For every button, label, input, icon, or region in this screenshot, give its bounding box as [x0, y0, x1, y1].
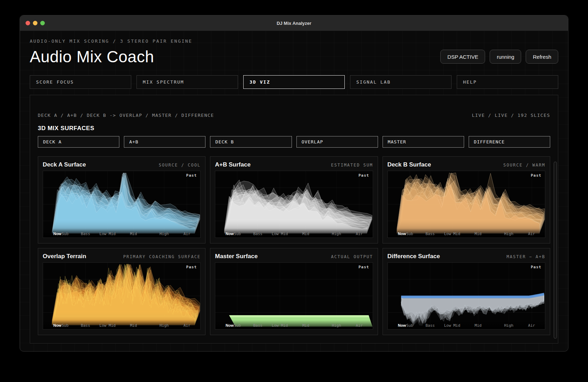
axis-label-mid: Mid — [475, 323, 482, 328]
scrollbar-thumb[interactable] — [554, 162, 557, 339]
past-label: Past — [358, 173, 369, 178]
panel-subtitle: SOURCE / WARM — [503, 163, 545, 168]
axis-label-sub: Sub — [62, 323, 69, 328]
viz-section: DECK A / A+B / DECK B -> OVERLAP / MASTE… — [30, 95, 558, 344]
axis-label-bass: Bass — [253, 323, 262, 328]
axis-label-high: High — [160, 323, 169, 328]
now-label: Now — [226, 323, 234, 327]
panel-subtitle: MASTER − A+B — [506, 254, 545, 259]
axis-label-air: Air — [183, 323, 190, 328]
now-label: Now — [53, 323, 61, 327]
now-label: Now — [53, 232, 61, 236]
panel-title: Master Surface — [215, 253, 258, 260]
axis-label-mid: Mid — [302, 323, 309, 328]
panel-deck-a: Deck A SurfaceSOURCE / COOL PastNowSubBa… — [38, 156, 205, 243]
axis-label-sub: Sub — [406, 232, 413, 236]
chip-difference[interactable]: DIFFERENCE — [469, 136, 550, 148]
panel-deck-b: Deck B SurfaceSOURCE / WARM PastNowSubBa… — [383, 156, 550, 243]
panel-subtitle: ACTUAL OUTPUT — [331, 254, 373, 259]
tab-score-focus[interactable]: SCORE FOCUS — [30, 75, 131, 89]
past-label: Past — [358, 265, 369, 269]
axis-label-mid: Mid — [475, 232, 482, 236]
axis-label-sub: Sub — [234, 232, 241, 236]
past-label: Past — [186, 173, 197, 178]
chip-a-plus-b[interactable]: A+B — [124, 136, 205, 148]
tab-mix-spectrum[interactable]: MIX SPECTRUM — [136, 75, 238, 89]
app-window: DJ Mix Analyzer AUDIO-ONLY MIX SCORING /… — [20, 15, 568, 352]
plot-master: PastNowSubBassLow MidMidHighAir — [215, 262, 373, 330]
axis-label-air: Air — [356, 232, 363, 236]
axis-label-low-mid: Low Mid — [444, 232, 460, 236]
panel-subtitle: ESTIMATED SUM — [331, 163, 373, 168]
panel-master: Master SurfaceACTUAL OUTPUT PastNowSubBa… — [210, 248, 378, 335]
now-label: Now — [226, 232, 234, 236]
axis-label-bass: Bass — [81, 323, 90, 328]
axis-label-mid: Mid — [130, 323, 137, 328]
axis-label-low-mid: Low Mid — [272, 323, 288, 328]
axis-label-bass: Bass — [253, 232, 262, 236]
dsp-active-button[interactable]: DSP ACTIVE — [440, 50, 485, 64]
now-label: Now — [398, 323, 406, 327]
window-title: DJ Mix Analyzer — [20, 21, 568, 26]
axis-label-sub: Sub — [234, 323, 241, 328]
chip-master[interactable]: MASTER — [383, 136, 464, 148]
axis-label-bass: Bass — [426, 323, 435, 328]
axis-label-low-mid: Low Mid — [272, 232, 288, 236]
section-title: 3D MIX SURFACES — [38, 125, 550, 132]
panel-subtitle: PRIMARY COACHING SURFACE — [123, 254, 201, 259]
panel-title: Overlap Terrain — [43, 253, 86, 260]
axis-label-air: Air — [183, 232, 190, 236]
axis-label-low-mid: Low Mid — [444, 323, 460, 328]
refresh-button[interactable]: Refresh — [526, 50, 558, 64]
axis-label-sub: Sub — [62, 232, 69, 236]
axis-label-sub: Sub — [406, 323, 413, 328]
chip-deck-a[interactable]: DECK A — [38, 136, 119, 148]
plot-a-plus-b: PastNowSubBassLow MidMidHighAir — [215, 171, 373, 238]
axis-label-air: Air — [528, 232, 535, 236]
title-bar: DJ Mix Analyzer — [20, 15, 568, 31]
page-title: Audio Mix Coach — [30, 47, 154, 66]
header-row: Audio Mix Coach DSP ACTIVE running Refre… — [30, 47, 558, 66]
past-label: Past — [531, 265, 542, 269]
axis-label-bass: Bass — [426, 232, 435, 236]
chip-deck-b[interactable]: DECK B — [210, 136, 292, 148]
axis-label-high: High — [160, 232, 169, 236]
panel-title: Deck B Surface — [387, 161, 431, 168]
tab-help[interactable]: HELP — [457, 75, 558, 89]
axis-label-bass: Bass — [81, 232, 90, 236]
axis-label-air: Air — [528, 323, 535, 328]
panel-subtitle: SOURCE / COOL — [159, 163, 201, 168]
axis-label-air: Air — [356, 323, 363, 328]
axis-label-high: High — [504, 323, 513, 328]
eyebrow-text: AUDIO-ONLY MIX SCORING / 3 STEREO PAIR E… — [30, 38, 558, 44]
panel-title: A+B Surface — [215, 161, 251, 168]
main-tabs: SCORE FOCUS MIX SPECTRUM 3D VIZ SIGNAL L… — [30, 75, 558, 89]
panel-a-plus-b: A+B SurfaceESTIMATED SUM PastNowSubBassL… — [210, 156, 378, 243]
axis-label-high: High — [332, 232, 341, 236]
main-content: AUDIO-ONLY MIX SCORING / 3 STEREO PAIR E… — [20, 38, 568, 344]
axis-label-high: High — [504, 232, 513, 236]
axis-label-low-mid: Low Mid — [99, 232, 115, 236]
panel-title: Deck A Surface — [43, 161, 86, 168]
axis-label-high: High — [332, 323, 341, 328]
panel-title: Difference Surface — [387, 253, 440, 260]
axis-label-low-mid: Low Mid — [99, 323, 115, 328]
plot-difference: PastNowSubBassLow MidMidHighAir — [387, 262, 545, 330]
tab-signal-lab[interactable]: SIGNAL LAB — [350, 75, 451, 89]
plot-deck-a: PastNowSubBassLow MidMidHighAir — [43, 171, 201, 238]
tab-3d-viz[interactable]: 3D VIZ — [243, 75, 345, 89]
live-status: LIVE / LIVE / 192 SLICES — [472, 113, 550, 118]
surfaces-grid: Deck A SurfaceSOURCE / COOL PastNowSubBa… — [38, 156, 550, 335]
panel-overlap: Overlap TerrainPRIMARY COACHING SURFACE … — [38, 248, 205, 335]
section-header: DECK A / A+B / DECK B -> OVERLAP / MASTE… — [38, 113, 550, 118]
panel-difference: Difference SurfaceMASTER − A+B PastNowSu… — [383, 248, 550, 335]
running-status-button[interactable]: running — [490, 50, 521, 64]
now-label: Now — [398, 232, 406, 236]
breadcrumb: DECK A / A+B / DECK B -> OVERLAP / MASTE… — [38, 113, 214, 118]
header-buttons: DSP ACTIVE running Refresh — [440, 50, 558, 64]
surface-chips: DECK A A+B DECK B OVERLAP MASTER DIFFERE… — [38, 136, 550, 148]
past-label: Past — [186, 265, 197, 269]
plot-deck-b: PastNowSubBassLow MidMidHighAir — [387, 171, 545, 238]
chip-overlap[interactable]: OVERLAP — [296, 136, 378, 148]
past-label: Past — [531, 173, 542, 178]
